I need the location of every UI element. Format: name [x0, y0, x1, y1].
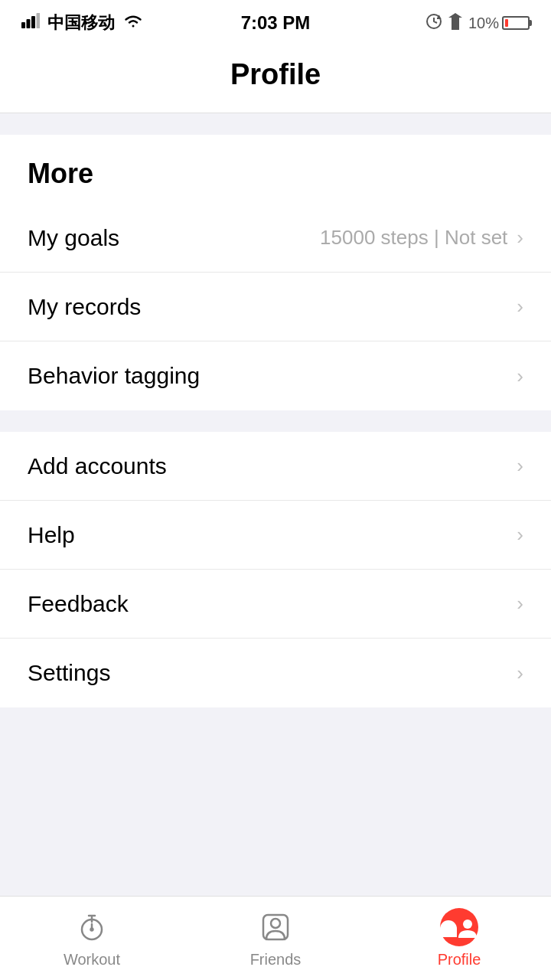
my-records-label: My records	[28, 294, 141, 320]
menu-item-settings[interactable]: Settings ›	[0, 639, 551, 707]
tab-friends-label: Friends	[250, 951, 302, 969]
add-accounts-right: ›	[517, 454, 523, 478]
status-bar: 中国移动 7:03 PM 10%	[0, 0, 551, 43]
tab-friends[interactable]: Friends	[184, 908, 367, 969]
chevron-icon: ›	[517, 226, 523, 250]
menu-item-my-records[interactable]: My records ›	[0, 273, 551, 341]
my-goals-label: My goals	[28, 225, 119, 251]
chevron-icon: ›	[517, 592, 523, 616]
tab-workout[interactable]: Workout	[0, 908, 184, 969]
menu-item-feedback[interactable]: Feedback ›	[0, 570, 551, 639]
menu-group-more: My goals 15000 steps | Not set › My reco…	[0, 204, 551, 410]
section-header-more: More	[0, 135, 551, 204]
battery-indicator: 10%	[468, 15, 530, 32]
svg-point-8	[271, 919, 280, 928]
friends-icon	[256, 908, 295, 946]
status-carrier: 中国移动	[21, 11, 144, 34]
feedback-label: Feedback	[28, 591, 129, 617]
page-title: Profile	[0, 58, 551, 91]
chevron-icon: ›	[517, 523, 523, 547]
status-time: 7:03 PM	[241, 12, 311, 34]
tab-workout-label: Workout	[64, 951, 120, 969]
chevron-icon: ›	[517, 364, 523, 388]
behavior-tagging-label: Behavior tagging	[28, 363, 200, 389]
content-area: More My goals 15000 steps | Not set › My…	[0, 113, 551, 813]
menu-item-my-goals[interactable]: My goals 15000 steps | Not set ›	[0, 204, 551, 273]
profile-icon	[440, 908, 478, 946]
svg-rect-1	[27, 19, 31, 28]
my-records-right: ›	[517, 295, 523, 318]
chevron-icon: ›	[517, 295, 523, 318]
lock-rotation-icon	[425, 13, 442, 34]
svg-rect-3	[37, 13, 41, 28]
menu-item-add-accounts[interactable]: Add accounts ›	[0, 432, 551, 501]
settings-right: ›	[517, 662, 523, 685]
svg-point-9	[463, 920, 472, 929]
section-gap-3	[0, 707, 551, 729]
menu-group-settings: Add accounts › Help › Feedback › Setting…	[0, 432, 551, 707]
section-title-more: More	[28, 158, 93, 189]
my-goals-value: 15000 steps | Not set	[320, 226, 507, 250]
menu-item-behavior-tagging[interactable]: Behavior tagging ›	[0, 341, 551, 410]
tab-bar: Workout Friends Profile	[0, 896, 551, 980]
svg-rect-2	[31, 16, 35, 28]
behavior-tagging-right: ›	[517, 364, 523, 388]
menu-item-help[interactable]: Help ›	[0, 501, 551, 570]
battery-icon	[502, 16, 530, 30]
page-title-bar: Profile	[0, 43, 551, 113]
wifi-icon	[122, 12, 144, 34]
carrier-name: 中国移动	[47, 11, 115, 34]
feedback-right: ›	[517, 592, 523, 616]
add-accounts-label: Add accounts	[28, 453, 167, 479]
signal-bars	[21, 13, 40, 33]
section-gap-2	[0, 410, 551, 432]
chevron-icon: ›	[517, 662, 523, 685]
section-gap-1	[0, 113, 551, 135]
help-right: ›	[517, 523, 523, 547]
status-indicators: 10%	[425, 13, 530, 34]
location-icon	[448, 13, 462, 34]
battery-percent: 10%	[468, 15, 499, 32]
tab-profile[interactable]: Profile	[367, 908, 551, 969]
my-goals-right: 15000 steps | Not set ›	[320, 226, 523, 250]
chevron-icon: ›	[517, 454, 523, 478]
workout-icon	[73, 908, 111, 946]
help-label: Help	[28, 522, 75, 548]
svg-rect-0	[21, 22, 25, 28]
svg-point-6	[91, 929, 93, 931]
settings-label: Settings	[28, 660, 110, 686]
tab-profile-label: Profile	[438, 951, 481, 969]
